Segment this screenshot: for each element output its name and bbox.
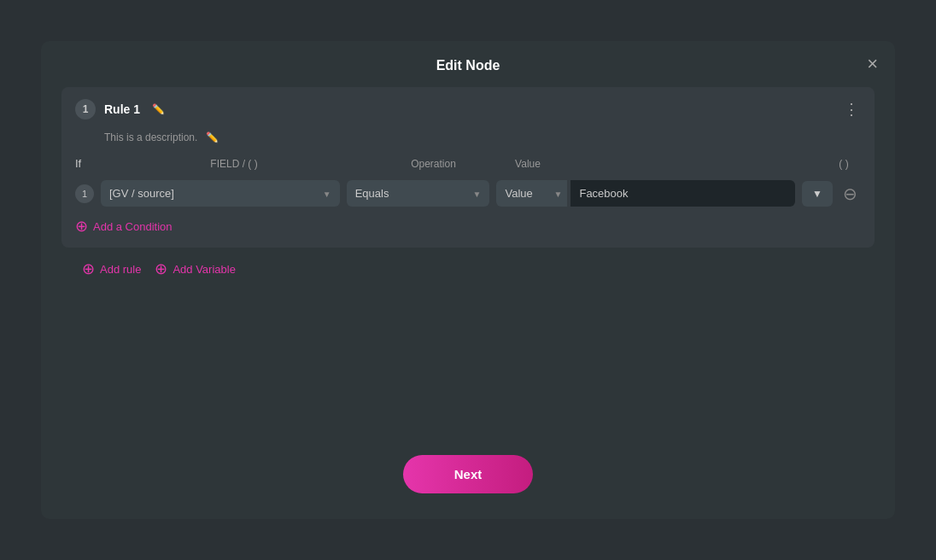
paren-button[interactable]: ▼ — [802, 181, 833, 207]
modal-header: Edit Node × — [41, 41, 895, 87]
edit-title-icon[interactable]: ✏️ — [152, 103, 165, 115]
condition-area: If FIELD / ( ) Operation Value ( ) 1 [GV — [61, 152, 875, 248]
rule-title: Rule 1 — [104, 102, 140, 116]
description-text: This is a description. — [104, 131, 197, 143]
value-area: Value Variable Field ▼ — [496, 180, 795, 207]
col-paren-header: ( ) — [827, 158, 861, 170]
add-rule-button[interactable]: ⊕ Add rule — [82, 261, 141, 277]
add-variable-icon: ⊕ — [155, 261, 167, 277]
col-operation-header: Operation — [359, 158, 508, 170]
modal-body: 1 Rule 1 ✏️ ⋮ This is a description. ✏️ … — [41, 87, 895, 404]
add-rule-label: Add rule — [100, 263, 141, 276]
add-variable-label: Add Variable — [173, 263, 235, 276]
rule-number-badge: 1 — [75, 99, 96, 120]
header-cols: FIELD / ( ) Operation Value ( ) — [109, 158, 861, 170]
next-btn-container: Next — [41, 404, 895, 493]
edit-description-icon[interactable]: ✏️ — [206, 131, 219, 143]
close-button[interactable]: × — [867, 55, 878, 73]
next-button[interactable]: Next — [403, 455, 534, 493]
condition-header-row: If FIELD / ( ) Operation Value ( ) — [75, 157, 861, 175]
rule-description: This is a description. ✏️ — [61, 131, 875, 152]
add-condition-button[interactable]: ⊕ Add a Condition — [75, 219, 173, 234]
operation-select[interactable]: Equals Not Equals Contains Not Contains — [347, 180, 490, 207]
rule-options-button[interactable]: ⋮ — [844, 102, 861, 117]
condition-number: 1 — [75, 184, 94, 203]
value-type-wrapper: Value Variable Field ▼ — [496, 180, 567, 207]
add-variable-button[interactable]: ⊕ Add Variable — [155, 261, 235, 277]
condition-row: 1 [GV / source] [GV / medium] [GV / camp… — [75, 177, 861, 210]
col-field-header: FIELD / ( ) — [109, 158, 359, 170]
bottom-actions: ⊕ Add rule ⊕ Add Variable — [61, 261, 875, 277]
operation-wrapper: Equals Not Equals Contains Not Contains … — [347, 180, 490, 207]
add-condition-icon: ⊕ — [75, 219, 88, 234]
field-select[interactable]: [GV / source] [GV / medium] [GV / campai… — [101, 180, 340, 207]
rule-card-header-left: 1 Rule 1 ✏️ — [75, 99, 165, 120]
modal-title: Edit Node — [436, 58, 500, 73]
add-condition-label: Add a Condition — [93, 220, 173, 233]
add-rule-icon: ⊕ — [82, 261, 95, 277]
col-value-header: Value — [508, 158, 827, 170]
value-input[interactable] — [570, 180, 795, 207]
if-label: If — [75, 157, 109, 170]
remove-condition-button[interactable]: ⊖ — [839, 185, 861, 202]
field-wrapper: [GV / source] [GV / medium] [GV / campai… — [101, 180, 340, 207]
rule-card: 1 Rule 1 ✏️ ⋮ This is a description. ✏️ … — [61, 87, 875, 248]
value-type-select[interactable]: Value Variable Field — [496, 180, 567, 207]
rule-card-header: 1 Rule 1 ✏️ ⋮ — [61, 87, 875, 131]
edit-node-modal: Edit Node × 1 Rule 1 ✏️ ⋮ This is a desc… — [41, 41, 895, 519]
